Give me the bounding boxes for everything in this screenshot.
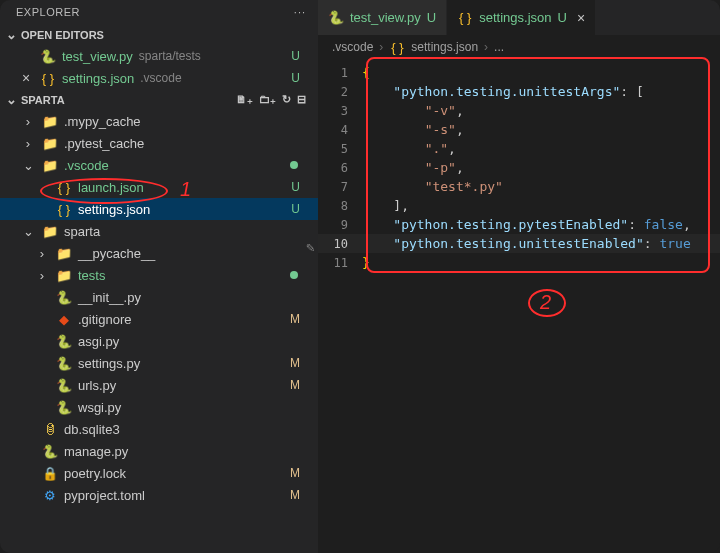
tree-item[interactable]: 🐍urls.pyM	[0, 374, 318, 396]
file-name: asgi.py	[78, 334, 119, 349]
open-editors-list: 🐍test_view.pysparta/testsU×{ }settings.j…	[0, 45, 318, 89]
annotation-text-2: 2	[540, 291, 551, 314]
scm-status: U	[291, 180, 300, 194]
tree-item[interactable]: 🛢db.sqlite3	[0, 418, 318, 440]
explorer-more-icon[interactable]: ···	[294, 6, 306, 18]
breadcrumb-folder: .vscode	[332, 40, 373, 54]
tree-item[interactable]: ⌄📁sparta	[0, 220, 318, 242]
line-number: 1	[318, 66, 362, 80]
editor-tab[interactable]: 🐍test_view.pyU	[318, 0, 447, 35]
file-name: .vscode	[64, 158, 109, 173]
scm-dot	[290, 161, 298, 169]
file-name: settings.py	[78, 356, 140, 371]
tree-item[interactable]: ⚙pyproject.tomlM	[0, 484, 318, 506]
line-number: 7	[318, 180, 362, 194]
open-editor-item[interactable]: 🐍test_view.pysparta/testsU	[0, 45, 318, 67]
code-line[interactable]: 2 "python.testing.unittestArgs": [	[318, 82, 720, 101]
code-line[interactable]: 3 "-v",	[318, 101, 720, 120]
scm-status: U	[557, 10, 566, 25]
code-content: ".",	[362, 141, 456, 156]
tree-item[interactable]: 🐍manage.py	[0, 440, 318, 462]
tree-item[interactable]: ›📁tests	[0, 264, 318, 286]
tree-item[interactable]: 🐍__init__.py	[0, 286, 318, 308]
open-editor-item[interactable]: ×{ }settings.json.vscodeU	[0, 67, 318, 89]
file-name: urls.py	[78, 378, 116, 393]
tree-item[interactable]: ›📁__pycache__	[0, 242, 318, 264]
file-name: launch.json	[78, 180, 144, 195]
code-line[interactable]: 11}	[318, 253, 720, 272]
chevron-icon: ⌄	[20, 224, 36, 239]
tree-item[interactable]: ⌄📁.vscode	[0, 154, 318, 176]
close-icon[interactable]: ×	[577, 10, 585, 26]
tree-item[interactable]: { }settings.jsonU	[0, 198, 318, 220]
json-icon: { }	[389, 39, 405, 55]
editor-tabs: 🐍test_view.pyU{ }settings.jsonU×	[318, 0, 720, 35]
code-content: "python.testing.pytestEnabled": false,	[362, 217, 691, 232]
file-name: __pycache__	[78, 246, 155, 261]
line-number: 10	[318, 237, 362, 251]
tree-item[interactable]: ›📁.mypy_cache	[0, 110, 318, 132]
file-name: wsgi.py	[78, 400, 121, 415]
collapse-icon[interactable]: ⊟	[297, 93, 306, 106]
file-name: pyproject.toml	[64, 488, 145, 503]
tree-item[interactable]: 🐍asgi.py	[0, 330, 318, 352]
code-line[interactable]: 6 "-p",	[318, 158, 720, 177]
open-editors-label: OPEN EDITORS	[21, 29, 104, 41]
close-icon[interactable]: ×	[18, 70, 34, 86]
editor-panel: 🐍test_view.pyU{ }settings.jsonU× .vscode…	[318, 0, 720, 553]
new-file-icon[interactable]: 🗎₊	[236, 93, 253, 106]
editor-tab[interactable]: { }settings.jsonU×	[447, 0, 596, 35]
code-line[interactable]: 5 ".",	[318, 139, 720, 158]
code-line[interactable]: 9 "python.testing.pytestEnabled": false,	[318, 215, 720, 234]
file-name: test_view.py	[62, 49, 133, 64]
file-name: db.sqlite3	[64, 422, 120, 437]
line-number: 9	[318, 218, 362, 232]
code-line[interactable]: 7 "test*.py"	[318, 177, 720, 196]
code-line[interactable]: 1{	[318, 63, 720, 82]
line-number: 6	[318, 161, 362, 175]
code-line[interactable]: 10 "python.testing.unittestEnabled": tru…	[318, 234, 720, 253]
chevron-icon: ›	[20, 136, 36, 151]
tree-item[interactable]: ◆.gitignoreM	[0, 308, 318, 330]
scm-status: M	[290, 466, 300, 480]
file-name: settings.json	[62, 71, 134, 86]
breadcrumb[interactable]: .vscode › { } settings.json › ...	[318, 35, 720, 59]
scm-status: M	[290, 488, 300, 502]
code-editor[interactable]: 2 ✎ 1{2 "python.testing.unittestArgs": […	[318, 59, 720, 553]
chevron-icon: ›	[34, 246, 50, 261]
tree-item[interactable]: 🐍wsgi.py	[0, 396, 318, 418]
chevron-icon: ›	[20, 114, 36, 129]
code-content: ],	[362, 198, 409, 213]
code-line[interactable]: 4 "-s",	[318, 120, 720, 139]
tab-title: test_view.py	[350, 10, 421, 25]
file-name: .gitignore	[78, 312, 131, 327]
refresh-icon[interactable]: ↻	[282, 93, 291, 106]
scm-status: U	[291, 71, 300, 85]
tree-item[interactable]: ›📁.pytest_cache	[0, 132, 318, 154]
tree-item[interactable]: 🔒poetry.lockM	[0, 462, 318, 484]
workspace-section[interactable]: ⌄ SPARTA 🗎₊ 🗀₊ ↻ ⊟	[0, 89, 318, 110]
scm-status: U	[427, 10, 436, 25]
code-content: "-s",	[362, 122, 464, 137]
file-name: manage.py	[64, 444, 128, 459]
breadcrumb-extra: ...	[494, 40, 504, 54]
file-name: sparta	[64, 224, 100, 239]
code-content: "test*.py"	[362, 179, 503, 194]
code-line[interactable]: 8 ],	[318, 196, 720, 215]
file-name: __init__.py	[78, 290, 141, 305]
tree-item[interactable]: { }launch.jsonU	[0, 176, 318, 198]
tree-item[interactable]: 🐍settings.pyM	[0, 352, 318, 374]
chevron-down-icon: ⌄	[4, 27, 18, 42]
file-tree: 1 ›📁.mypy_cache›📁.pytest_cache⌄📁.vscode{…	[0, 110, 318, 506]
new-folder-icon[interactable]: 🗀₊	[259, 93, 276, 106]
explorer-title: EXPLORER	[16, 6, 80, 18]
open-editors-section[interactable]: ⌄ OPEN EDITORS	[0, 24, 318, 45]
scm-status: M	[290, 356, 300, 370]
file-name: settings.json	[78, 202, 150, 217]
workspace-label: SPARTA	[21, 94, 65, 106]
line-number: 3	[318, 104, 362, 118]
workspace-actions: 🗎₊ 🗀₊ ↻ ⊟	[236, 93, 314, 106]
line-number: 11	[318, 256, 362, 270]
chevron-right-icon: ›	[379, 40, 383, 54]
file-name: .pytest_cache	[64, 136, 144, 151]
